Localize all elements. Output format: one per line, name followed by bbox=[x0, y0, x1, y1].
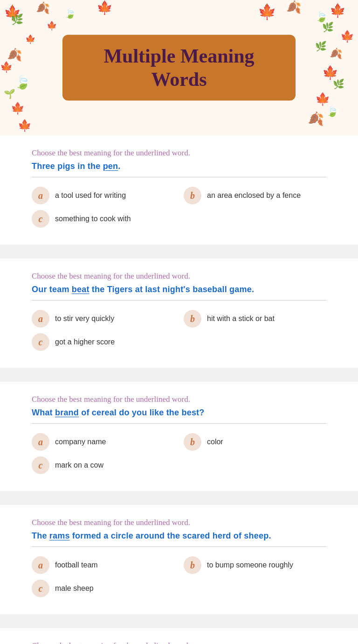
leaf-decoration: 🍂 bbox=[286, 0, 301, 14]
question-3: Choose the best meaning for the underlin… bbox=[0, 382, 358, 491]
q3-answer-b[interactable]: b color bbox=[184, 433, 326, 451]
q1-answer-c[interactable]: c something to cook with bbox=[32, 210, 174, 228]
question-1: Choose the best meaning for the underlin… bbox=[0, 135, 358, 245]
leaf-decoration: 🍃 bbox=[315, 11, 328, 23]
leaf-decoration: 🍁 bbox=[47, 21, 57, 31]
leaf-decoration: 🍃 bbox=[64, 8, 76, 19]
q1-circle-b: b bbox=[184, 187, 201, 204]
leaf-decoration: 🍃 bbox=[14, 75, 31, 90]
gap-1 bbox=[0, 245, 358, 259]
leaf-decoration: 🍁 bbox=[315, 92, 330, 106]
q2-text-c: got a higher score bbox=[55, 338, 115, 346]
q4-instruction: Choose the best meaning for the underlin… bbox=[32, 518, 326, 527]
q3-answer-c[interactable]: c mark on a cow bbox=[32, 456, 174, 474]
leaf-decoration: 🍁 bbox=[340, 30, 354, 43]
q1-divider bbox=[32, 177, 326, 177]
q2-text-a: to stir very quickly bbox=[55, 315, 114, 323]
leaf-decoration: 🌱 bbox=[4, 88, 15, 99]
q1-answer-b[interactable]: b an area enclosed by a fence bbox=[184, 187, 326, 204]
q4-divider bbox=[32, 546, 326, 547]
q3-sentence: What brand of cereal do you like the bes… bbox=[32, 408, 326, 418]
leaf-decoration: 🍂 bbox=[308, 111, 324, 126]
q1-answer-a[interactable]: a a tool used for writing bbox=[32, 187, 174, 204]
gap-2 bbox=[0, 368, 358, 382]
q4-text-a: football team bbox=[55, 561, 98, 569]
q2-sentence: Our team beat the Tigers at last night's… bbox=[32, 285, 326, 294]
gap-4 bbox=[0, 614, 358, 628]
title-box: Multiple Meaning Words bbox=[62, 35, 296, 101]
q2-text-b: hit with a stick or bat bbox=[207, 315, 275, 323]
q4-answer-b[interactable]: b to bump someone roughly bbox=[184, 556, 326, 574]
q3-text-c: mark on a cow bbox=[55, 461, 103, 469]
leaf-decoration: 🌿 bbox=[11, 14, 23, 26]
leaf-decoration: 🍁 bbox=[11, 102, 25, 115]
q4-circle-b: b bbox=[184, 556, 201, 574]
leaf-decoration: 🍃 bbox=[326, 105, 338, 118]
q2-answers: a to stir very quickly b hit with a stic… bbox=[32, 310, 326, 351]
q4-circle-c: c bbox=[32, 580, 49, 597]
q1-circle-a: a bbox=[32, 187, 49, 204]
leaf-decoration: 🍁 bbox=[258, 3, 276, 21]
q4-sentence: The rams formed a circle around the scar… bbox=[32, 531, 326, 541]
q3-text-a: company name bbox=[55, 438, 106, 446]
question-5: Choose the best meaning for the underlin… bbox=[0, 628, 358, 644]
q3-answers: a company name b color c mark on a cow bbox=[32, 433, 326, 474]
leaf-decoration: 🌿 bbox=[322, 21, 334, 33]
header: 🍁🍂🍃🍁🌿🍁🍁🍂🍃🍁🌿🍁🍂🍁🍃🌱🍁🍂🍁🌿🍁🍃🍁🍂🍁🌿 Multiple Mean… bbox=[0, 0, 358, 135]
leaf-decoration: 🌿 bbox=[315, 41, 327, 52]
q2-answer-a[interactable]: a to stir very quickly bbox=[32, 310, 174, 328]
leaf-decoration: 🍁 bbox=[25, 34, 35, 44]
q1-text-b: an area enclosed by a fence bbox=[207, 191, 301, 200]
leaf-decoration: 🍁 bbox=[0, 61, 13, 73]
q3-circle-c: c bbox=[32, 456, 49, 474]
q3-circle-b: b bbox=[184, 433, 201, 451]
q1-answers: a a tool used for writing b an area encl… bbox=[32, 187, 326, 228]
q5-instruction: Choose the best meaning for the underlin… bbox=[32, 641, 326, 644]
q4-answer-a[interactable]: a football team bbox=[32, 556, 174, 574]
leaf-decoration: 🍂 bbox=[7, 48, 22, 62]
q2-instruction: Choose the best meaning for the underlin… bbox=[32, 272, 326, 281]
q2-circle-a: a bbox=[32, 310, 49, 328]
q1-text-a: a tool used for writing bbox=[55, 191, 126, 200]
gap-3 bbox=[0, 491, 358, 505]
leaf-decoration: 🌿 bbox=[333, 78, 344, 90]
q3-instruction: Choose the best meaning for the underlin… bbox=[32, 395, 326, 404]
q2-answer-c[interactable]: c got a higher score bbox=[32, 333, 174, 351]
q4-text-b: to bump someone roughly bbox=[207, 561, 293, 569]
q3-divider bbox=[32, 423, 326, 424]
q4-answer-c[interactable]: c male sheep bbox=[32, 580, 174, 597]
leaf-decoration: 🍁 bbox=[330, 3, 346, 18]
question-4: Choose the best meaning for the underlin… bbox=[0, 505, 358, 614]
q1-circle-c: c bbox=[32, 210, 49, 228]
q4-text-c: male sheep bbox=[55, 584, 94, 593]
q1-text-c: something to cook with bbox=[55, 215, 131, 223]
page-title: Multiple Meaning Words bbox=[86, 44, 272, 91]
leaf-decoration: 🍂 bbox=[36, 1, 50, 14]
question-2: Choose the best meaning for the underlin… bbox=[0, 259, 358, 368]
q2-answer-b[interactable]: b hit with a stick or bat bbox=[184, 310, 326, 328]
q2-divider bbox=[32, 300, 326, 301]
leaf-decoration: 🍁 bbox=[18, 119, 32, 132]
q4-answers: a football team b to bump someone roughl… bbox=[32, 556, 326, 597]
q3-answer-a[interactable]: a company name bbox=[32, 433, 174, 451]
q2-circle-b: b bbox=[184, 310, 201, 328]
leaf-decoration: 🍂 bbox=[330, 48, 342, 60]
q3-circle-a: a bbox=[32, 433, 49, 451]
q4-circle-a: a bbox=[32, 556, 49, 574]
q1-sentence: Three pigs in the pen. bbox=[32, 161, 326, 171]
leaf-decoration: 🍁 bbox=[96, 0, 113, 15]
q2-circle-c: c bbox=[32, 333, 49, 351]
q3-text-b: color bbox=[207, 438, 223, 446]
q1-instruction: Choose the best meaning for the underlin… bbox=[32, 148, 326, 158]
